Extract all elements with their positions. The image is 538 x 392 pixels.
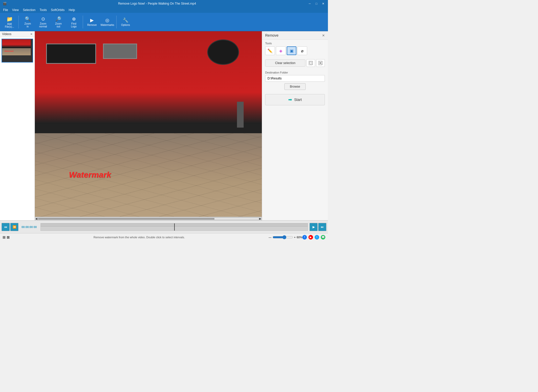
find-logo-icon: ⊕ (72, 16, 76, 22)
destination-folder-input[interactable] (265, 75, 325, 82)
menu-file[interactable]: File (1, 8, 10, 12)
deselect-icon (318, 61, 323, 65)
options-button[interactable]: 🔧 Options (118, 14, 133, 30)
zoom-in-button[interactable]: 🔍 Zoom in (20, 14, 35, 30)
brush-tool-button[interactable]: ✏️ (265, 46, 275, 55)
zoom-out-button[interactable]: 🔎 Zoom out (51, 14, 66, 30)
menu-help[interactable]: Help (67, 8, 77, 12)
remove-button[interactable]: ▶ Remove (85, 14, 99, 30)
browse-button[interactable]: Browse (284, 83, 305, 90)
zoom-controls: — + 60% (269, 235, 302, 239)
watermarks-label: Watermarks (100, 24, 114, 26)
video-frame: Watermark (35, 31, 262, 217)
menu-softorbits[interactable]: SoftOrbits (49, 8, 67, 12)
zoom-slider[interactable] (273, 235, 293, 239)
zoom-normal-icon: ⊙ (41, 16, 45, 22)
scroll-left-button[interactable]: ◀ (35, 217, 37, 220)
selection-icon-2-button[interactable] (316, 59, 325, 67)
video-area: Watermark ◀ ▶ (35, 31, 262, 220)
add-files-button[interactable]: 📁 Add File(s)... (2, 14, 17, 30)
options-icon: 🔧 (123, 17, 128, 23)
titlebar: 🎬 Remove Logo Now! - People Walking On T… (0, 0, 328, 7)
menu-view[interactable]: View (10, 8, 21, 12)
zoom-level-label: 60% (297, 236, 302, 239)
statusbar-left: ⊞ ⊠ (3, 235, 10, 239)
scroll-right-button[interactable]: ▶ (259, 217, 261, 220)
zoom-in-icon: 🔍 (25, 16, 30, 22)
lasso-icon: ⌀ (301, 48, 304, 53)
remove-panel-header: Remove ✕ (262, 31, 328, 40)
scroll-track[interactable] (38, 218, 259, 220)
destination-folder-label: Destination Folder (265, 71, 325, 74)
status-icon-up[interactable]: t (315, 235, 319, 240)
playhead[interactable] (174, 223, 175, 231)
lasso-tool-button[interactable]: ⌀ (297, 46, 307, 55)
remove-icon: ▶ (90, 17, 94, 23)
video-filename-label: People Walking On The Street.mp4 (2, 55, 33, 62)
svg-rect-1 (310, 62, 312, 64)
window-title: Remove Logo Now! - People Walking On The… (7, 2, 307, 5)
scroll-thumb[interactable] (38, 218, 214, 220)
train-window-1 (46, 44, 96, 64)
window-controls: ─ □ ✕ (307, 1, 326, 6)
zoom-minus-icon[interactable]: — (269, 236, 272, 239)
minimize-button[interactable]: ─ (307, 1, 313, 6)
zoom-out-label: Zoom out (55, 22, 62, 28)
eraser-tool-button[interactable]: ◈ (276, 46, 286, 55)
status-icon-globe[interactable]: f (302, 235, 307, 240)
fast-forward-button[interactable]: ⏭ (318, 223, 326, 231)
remove-panel-title: Remove (265, 33, 278, 37)
tools-section: Tools ✏️ ◈ ▣ ⌀ (262, 40, 328, 57)
start-section: ➡ Start (262, 92, 328, 107)
videos-panel-close-button[interactable]: ✕ (30, 33, 33, 36)
video-thumbnail[interactable]: Watermark People Walking On The Street.m… (2, 39, 33, 63)
watermarks-icon: ◎ (105, 17, 109, 23)
svg-rect-0 (309, 61, 313, 65)
person-silhouette (237, 102, 244, 128)
remove-panel-close-button[interactable]: ✕ (322, 34, 325, 37)
video-scrollbar[interactable]: ◀ ▶ (35, 217, 262, 220)
back-frame-button[interactable]: ⏪ (10, 223, 18, 231)
video-canvas[interactable]: Watermark (35, 31, 262, 217)
find-logo-label: Find Logo (71, 22, 77, 28)
statusbar-icon-2: ⊠ (7, 235, 10, 239)
watermark-text: Watermark (69, 170, 111, 180)
thumb-watermark: Watermark (4, 50, 14, 52)
status-icon-play[interactable]: ▶ (308, 235, 313, 240)
zoom-normal-button[interactable]: ⊙ Zoom normal (36, 14, 50, 30)
statusbar-icon-1: ⊞ (3, 235, 6, 239)
rectangle-icon: ▣ (290, 48, 294, 53)
brush-icon: ✏️ (267, 48, 273, 53)
find-logo-button[interactable]: ⊕ Find Logo (66, 14, 81, 30)
timeline-track[interactable] (40, 223, 308, 231)
rectangle-tool-button[interactable]: ▣ (287, 46, 296, 55)
zoom-plus-icon[interactable]: + (294, 236, 296, 239)
selection-icon-1-button[interactable] (306, 59, 315, 67)
status-icon-chat[interactable]: 💬 (321, 235, 325, 240)
timeline: ⏮ ⏪ 00:00:00 00 ▶ ⏭ (0, 220, 328, 233)
play-forward-button[interactable]: ▶ (309, 223, 318, 231)
remove-panel: Remove ✕ Tools ✏️ ◈ ▣ ⌀ C (262, 31, 328, 220)
thumb-train (2, 39, 31, 48)
zoom-normal-label: Zoom normal (39, 22, 47, 28)
toolbar: 📁 Add File(s)... 🔍 Zoom in ⊙ Zoom normal… (0, 13, 328, 31)
menu-selection[interactable]: Selection (21, 8, 37, 12)
rewind-button[interactable]: ⏮ (2, 223, 10, 231)
toolbar-separator-1 (18, 16, 19, 28)
eraser-icon: ◈ (279, 48, 282, 53)
videos-panel: Videos ✕ Watermark People Walking On The… (0, 31, 35, 220)
watermarks-button[interactable]: ◎ Watermarks (100, 14, 115, 30)
close-button[interactable]: ✕ (320, 1, 326, 6)
toolbar-separator-2 (83, 16, 83, 28)
menu-tools[interactable]: Tools (38, 8, 49, 12)
clear-selection-button[interactable]: Clear selection (265, 59, 305, 67)
restore-button[interactable]: □ (314, 1, 319, 6)
train-body (35, 31, 262, 133)
status-message: Remove watermark from the whole video. D… (10, 236, 269, 239)
timecode-display: 00:00:00 00 (20, 225, 40, 229)
timeline-right-controls: ▶ ⏭ (308, 223, 328, 231)
menubar: File View Selection Tools SoftOrbits Hel… (0, 7, 328, 13)
start-button[interactable]: ➡ Start (265, 94, 325, 105)
videos-panel-header: Videos ✕ (0, 31, 35, 37)
clear-selection-row: Clear selection (265, 59, 325, 67)
